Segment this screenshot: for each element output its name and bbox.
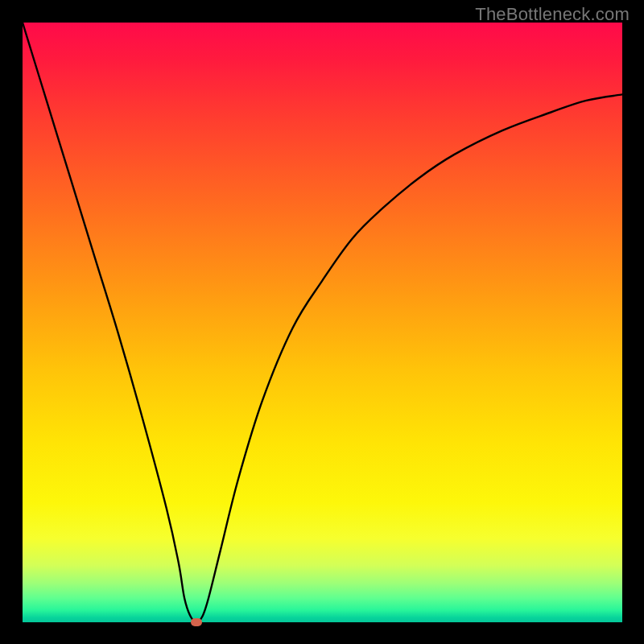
curve-minimum-marker [191,618,202,626]
curve-path [23,23,622,622]
plot-area [23,23,622,622]
curve-svg [23,23,622,622]
chart-stage: TheBottleneck.com [0,0,644,644]
